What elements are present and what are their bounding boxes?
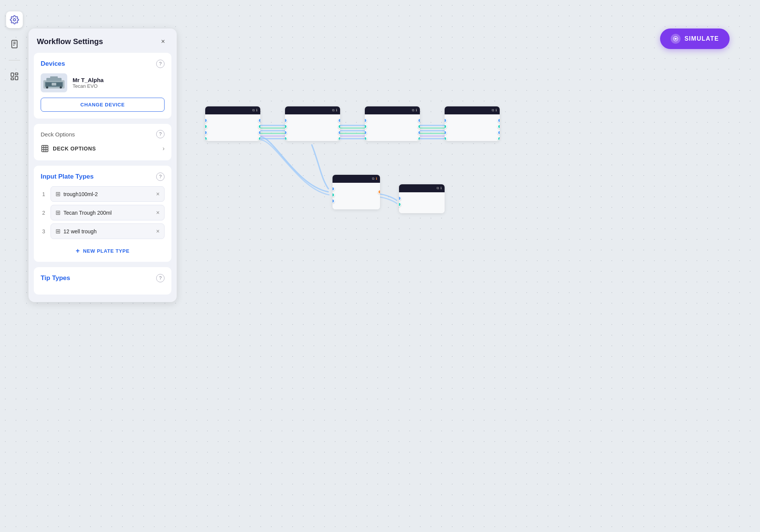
port-dot	[338, 136, 340, 141]
devices-section-header: Devices ?	[41, 60, 165, 68]
node-header-strip: ⧉ℹ	[285, 106, 340, 114]
port-dot	[365, 118, 367, 123]
node-header-icons: ⧉ℹ	[252, 108, 257, 112]
plate-remove-button[interactable]: ×	[156, 191, 160, 197]
node-ports-left	[285, 118, 287, 141]
deck-options-header: Deck Options ?	[41, 130, 165, 138]
node-append[interactable]: Append ⧉ℹ	[332, 175, 380, 209]
left-sidebar	[0, 0, 28, 532]
port-dot	[445, 136, 447, 141]
input-plate-types-header: Input Plate Types ?	[41, 173, 165, 181]
plate-num: 3	[41, 228, 47, 234]
port-dot	[445, 118, 447, 123]
svg-rect-12	[46, 78, 62, 81]
node-storage[interactable]: Run Chromatography Stage - Storage ⧉ℹ	[445, 106, 500, 141]
svg-point-15	[60, 86, 62, 89]
devices-help-icon[interactable]: ?	[156, 60, 165, 68]
device-model: Tecan EVO	[73, 83, 165, 89]
plate-list-item: 2 ⊞ Tecan Trough 200ml ×	[41, 205, 165, 220]
panel-title: Workflow Settings	[37, 37, 103, 46]
node-header-sanitize: ⧉ℹ	[365, 106, 420, 114]
node-strip[interactable]: Run Chromatography Stage - Strip ⧉ℹ	[285, 106, 340, 141]
port-dot	[497, 124, 500, 129]
port-dot	[332, 187, 335, 191]
port-dot	[205, 136, 207, 141]
plate-list-item: 1 ⊞ trough100ml-2 ×	[41, 186, 165, 202]
plate-list-item: 3 ⊞ 12 well trough ×	[41, 223, 165, 239]
sidebar-item-document[interactable]	[6, 36, 23, 52]
node-plate-reader[interactable]: Run Plate Reader ⧉ℹ	[399, 184, 445, 213]
svg-rect-7	[15, 76, 18, 80]
tip-types-header: Tip Types ?	[41, 274, 165, 282]
device-image	[41, 73, 67, 92]
node-header-icons-storage: ⧉ℹ	[492, 108, 497, 112]
plate-remove-button[interactable]: ×	[156, 210, 160, 216]
node-header-final-elution: ⧉ℹ	[205, 106, 260, 114]
port-dot	[445, 124, 447, 129]
plate-name: 12 well trough	[63, 228, 153, 234]
plate-input[interactable]: ⊞ trough100ml-2 ×	[51, 186, 165, 202]
port-dot	[332, 199, 335, 203]
plate-remove-button[interactable]: ×	[156, 228, 160, 234]
node-final-elution[interactable]: Run Chromatography Stage - Final Elution…	[205, 106, 260, 141]
node-ports-left	[365, 118, 367, 141]
port-dot	[418, 136, 420, 141]
plate-name: trough100ml-2	[63, 191, 153, 197]
node-ports-right	[378, 190, 380, 194]
tip-types-help-icon[interactable]: ?	[156, 274, 165, 282]
port-dot	[399, 202, 401, 207]
node-ports-left	[399, 196, 401, 207]
node-ports-right	[338, 118, 340, 141]
port-dot	[418, 118, 420, 123]
port-dot	[258, 136, 260, 141]
sidebar-item-template[interactable]	[6, 68, 23, 85]
port-dot	[258, 130, 260, 135]
device-name: Mr T_Alpha	[73, 77, 165, 83]
node-header-plate-reader: ⧉ℹ	[399, 184, 445, 192]
svg-point-0	[13, 19, 16, 21]
input-plate-types-title: Input Plate Types	[41, 173, 94, 180]
input-plate-types-help-icon[interactable]: ?	[156, 173, 165, 181]
port-dot	[258, 124, 260, 129]
port-dot-orange	[378, 190, 380, 194]
new-plate-type-button[interactable]: + NEW PLATE TYPE	[41, 244, 165, 255]
new-plate-type-label: NEW PLATE TYPE	[83, 248, 129, 254]
port-dot	[445, 130, 447, 135]
workflow-settings-panel: Workflow Settings × Devices ?	[28, 28, 177, 302]
svg-rect-6	[15, 73, 18, 75]
device-info: Mr T_Alpha Tecan EVO	[73, 77, 165, 89]
node-ports-left	[332, 187, 335, 203]
plate-input[interactable]: ⊞ 12 well trough ×	[51, 223, 165, 239]
node-ports-right	[258, 118, 260, 141]
plus-icon: +	[76, 247, 80, 254]
input-plate-types-section: Input Plate Types ? 1 ⊞ trough100ml-2 × …	[34, 166, 171, 262]
tip-types-section: Tip Types ?	[34, 267, 171, 294]
device-row: Mr T_Alpha Tecan EVO	[41, 73, 165, 92]
deck-options-row[interactable]: DECK OPTIONS ›	[41, 143, 165, 154]
svg-rect-13	[50, 76, 58, 78]
node-ports-left	[205, 118, 207, 141]
node-ports-right	[497, 118, 500, 141]
close-button[interactable]: ×	[158, 36, 168, 47]
port-dot	[338, 118, 340, 123]
deck-options-help-icon[interactable]: ?	[156, 130, 165, 138]
svg-rect-17	[42, 146, 48, 152]
change-device-button[interactable]: CHANGE DEVICE	[41, 98, 165, 112]
plate-input[interactable]: ⊞ Tecan Trough 200ml ×	[51, 205, 165, 220]
port-dot	[365, 130, 367, 135]
deck-options-left: DECK OPTIONS	[41, 144, 96, 153]
port-dot	[258, 118, 260, 123]
svg-rect-8	[11, 78, 14, 80]
node-header-storage: ⧉ℹ	[445, 106, 500, 114]
deck-options-title: Deck Options	[41, 131, 75, 138]
port-dot	[497, 130, 500, 135]
node-sanitize[interactable]: Run Chromatography Stage - Sanitize ⧉ℹ	[365, 106, 420, 141]
sidebar-item-settings[interactable]	[6, 11, 23, 28]
port-dot	[205, 118, 207, 123]
plate-num: 1	[41, 191, 47, 197]
sidebar-divider	[9, 60, 20, 60]
deck-options-icon	[41, 144, 49, 153]
node-header-icons-sanitize: ⧉ℹ	[412, 108, 417, 112]
port-dot	[332, 193, 335, 197]
plate-grid-icon: ⊞	[55, 228, 60, 235]
